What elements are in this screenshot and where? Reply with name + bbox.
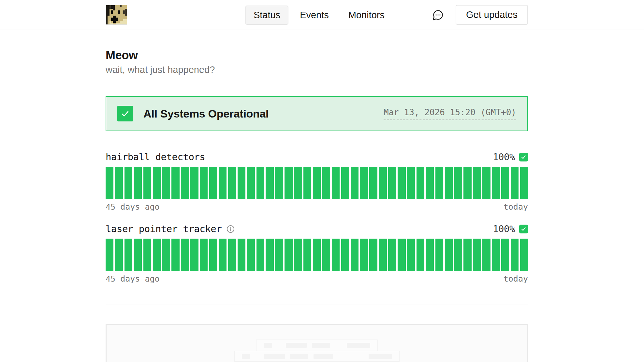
uptime-bar[interactable] [106,239,113,271]
uptime-bar[interactable] [285,167,292,199]
uptime-bar[interactable] [492,239,500,271]
uptime-bar[interactable] [153,239,161,271]
uptime-bar[interactable] [379,167,387,199]
tab-events[interactable]: Events [292,6,337,25]
uptime-bar[interactable] [398,167,405,199]
uptime-bar[interactable] [341,167,349,199]
uptime-bar[interactable] [445,239,453,271]
uptime-bar[interactable] [115,239,123,271]
uptime-bar[interactable] [115,167,123,199]
uptime-bar[interactable] [492,167,500,199]
uptime-bar[interactable] [171,239,179,271]
uptime-bar[interactable] [190,167,198,199]
uptime-bar[interactable] [313,239,321,271]
uptime-bar[interactable] [360,167,368,199]
uptime-bar[interactable] [143,239,151,271]
uptime-bar[interactable] [266,167,273,199]
uptime-bar[interactable] [417,167,424,199]
uptime-bar[interactable] [417,239,424,271]
uptime-bar[interactable] [360,239,368,271]
uptime-bar[interactable] [520,239,528,271]
uptime-bar[interactable] [463,167,471,199]
uptime-bar[interactable] [294,239,302,271]
uptime-bar[interactable] [407,239,415,271]
chat-button[interactable] [432,8,445,21]
uptime-bar[interactable] [426,167,434,199]
uptime-bar[interactable] [238,239,245,271]
uptime-bar[interactable] [256,239,264,271]
uptime-bar[interactable] [445,167,453,199]
uptime-bar[interactable] [407,167,415,199]
uptime-bar[interactable] [511,239,519,271]
uptime-bar[interactable] [388,239,396,271]
uptime-bar[interactable] [501,239,509,271]
uptime-bar[interactable] [124,167,132,199]
status-timestamp[interactable]: Mar 13, 2026 15:20 (GMT+0) [384,107,516,120]
uptime-bar[interactable] [511,167,519,199]
uptime-bar[interactable] [228,239,236,271]
uptime-bar[interactable] [219,239,227,271]
uptime-bar[interactable] [322,167,330,199]
uptime-bar[interactable] [388,167,396,199]
uptime-bar[interactable] [228,167,236,199]
uptime-bar[interactable] [454,167,462,199]
uptime-bar[interactable] [238,167,245,199]
uptime-bar[interactable] [209,167,217,199]
ghost-block [286,343,307,348]
uptime-bar[interactable] [247,239,255,271]
uptime-bar[interactable] [379,239,387,271]
uptime-bar[interactable] [162,239,170,271]
uptime-bar[interactable] [200,167,208,199]
uptime-bar[interactable] [332,239,340,271]
get-updates-button[interactable]: Get updates [456,5,528,25]
uptime-bar[interactable] [181,167,189,199]
uptime-bar[interactable] [294,167,302,199]
uptime-bar[interactable] [435,167,443,199]
uptime-bar[interactable] [322,239,330,271]
uptime-bar[interactable] [398,239,405,271]
uptime-bar[interactable] [303,239,311,271]
uptime-bar[interactable] [247,167,255,199]
uptime-bar[interactable] [256,167,264,199]
uptime-bar[interactable] [332,167,340,199]
uptime-bar[interactable] [501,167,509,199]
uptime-bar[interactable] [266,239,273,271]
uptime-bar[interactable] [209,239,217,271]
uptime-bar[interactable] [162,167,170,199]
uptime-bar[interactable] [124,239,132,271]
uptime-bar[interactable] [313,167,321,199]
home-link[interactable] [106,5,127,25]
uptime-bar[interactable] [463,239,471,271]
uptime-bar[interactable] [219,167,227,199]
uptime-bar[interactable] [285,239,292,271]
uptime-bar[interactable] [351,239,359,271]
uptime-bar[interactable] [153,167,161,199]
uptime-bar[interactable] [143,167,151,199]
uptime-bar[interactable] [275,167,283,199]
uptime-bar[interactable] [435,239,443,271]
uptime-bar[interactable] [482,167,490,199]
uptime-bar[interactable] [369,239,377,271]
tab-monitors[interactable]: Monitors [340,6,393,25]
uptime-bar[interactable] [181,239,189,271]
uptime-bar[interactable] [171,167,179,199]
uptime-bar[interactable] [190,239,198,271]
uptime-bar[interactable] [369,167,377,199]
uptime-bar[interactable] [482,239,490,271]
uptime-bar[interactable] [275,239,283,271]
uptime-bar[interactable] [520,167,528,199]
uptime-bar[interactable] [473,239,481,271]
monitor-status-badge [519,153,528,161]
uptime-bar[interactable] [200,239,208,271]
uptime-bar[interactable] [106,167,113,199]
uptime-bar[interactable] [134,167,142,199]
uptime-bar[interactable] [454,239,462,271]
tab-status[interactable]: Status [245,6,288,25]
uptime-bar[interactable] [351,167,359,199]
info-icon[interactable] [226,225,235,233]
uptime-bar[interactable] [134,239,142,271]
uptime-bar[interactable] [426,239,434,271]
uptime-bar[interactable] [341,239,349,271]
uptime-bar[interactable] [473,167,481,199]
uptime-bar[interactable] [303,167,311,199]
